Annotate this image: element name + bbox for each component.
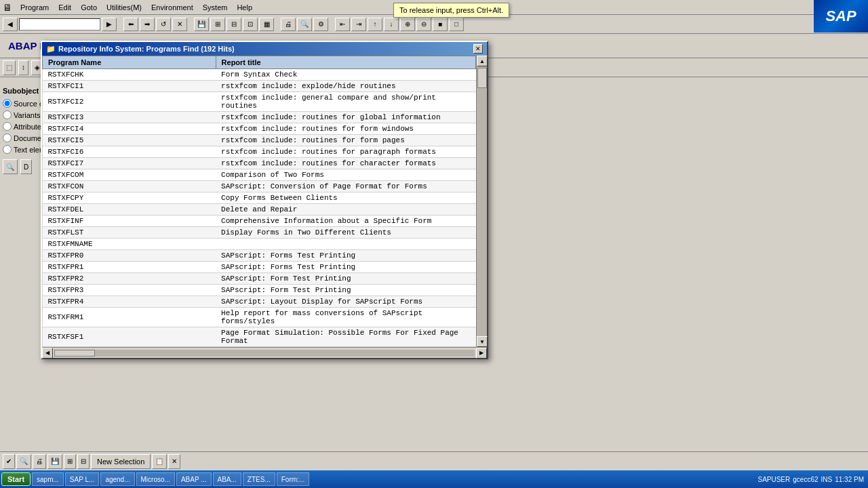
- table-row[interactable]: RSTXFDELDelete and Repair: [43, 204, 476, 216]
- taskbar-item-0[interactable]: sapm...: [32, 472, 64, 486]
- h-scroll-left[interactable]: ◀: [42, 348, 53, 359]
- tooltip: To release input, press Ctrl+Alt.: [393, 3, 509, 18]
- taskbar-item-2[interactable]: agend...: [100, 472, 134, 486]
- modal-body: Program Name Report title RSTXFCHKForm S…: [42, 56, 487, 347]
- program-name-cell: RSTXFCI1: [43, 81, 216, 92]
- report-title-cell: rstxfcom include: routines for paragraph…: [216, 146, 475, 158]
- table-row[interactable]: RSTXFPR0SAPscript: Forms Test Printing: [43, 250, 476, 262]
- program-name-cell: RSTXFCPY: [43, 192, 216, 204]
- scroll-thumb[interactable]: [477, 68, 487, 88]
- program-name-cell: RSTXFSF1: [43, 327, 216, 347]
- taskbar: Start sapm... SAP L... agend... Microso.…: [0, 470, 868, 488]
- table-row[interactable]: RSTXFCI7rstxfcom include: routines for c…: [43, 158, 476, 169]
- vertical-scrollbar[interactable]: ▲ ▼: [476, 56, 487, 347]
- table-row[interactable]: RSTXFLSTDisplay Forms in Two Different C…: [43, 227, 476, 239]
- table-row[interactable]: RSTXFCOMComparison of Two Forms: [43, 169, 476, 181]
- table-row[interactable]: RSTXFCI5rstxfcom include: routines for f…: [43, 135, 476, 146]
- modal-titlebar: 📁 Repository Info System: Programs Find …: [42, 42, 487, 56]
- taskbar-item-6[interactable]: ZTES...: [243, 472, 275, 486]
- program-name-cell: RSTXFCI6: [43, 146, 216, 158]
- status-user: SAPUSER: [757, 476, 790, 483]
- status-mode: INS: [821, 476, 833, 483]
- program-name-cell: RSTXFPR3: [43, 285, 216, 296]
- table-row[interactable]: RSTXFCI2rstxfcom include: general compar…: [43, 92, 476, 112]
- program-name-cell: RSTXFCON: [43, 181, 216, 192]
- taskbar-item-7[interactable]: Form:...: [277, 472, 309, 486]
- scroll-track[interactable]: [477, 66, 487, 336]
- table-row[interactable]: RSTXFINFComprehensive Information about …: [43, 216, 476, 227]
- table-row[interactable]: RSTXFRM1Help report for mass conversions…: [43, 308, 476, 327]
- modal-icon: 📁: [46, 45, 56, 54]
- table-row[interactable]: RSTXFCONSAPscript: Conversion of Page Fo…: [43, 181, 476, 192]
- program-name-cell: RSTXFINF: [43, 216, 216, 227]
- report-title-cell: rstxfcom include: routines for form wind…: [216, 123, 475, 135]
- report-title-cell: Delete and Repair: [216, 204, 475, 216]
- table-row[interactable]: RSTXFMNAME: [43, 239, 476, 250]
- report-title-cell: [216, 239, 475, 250]
- report-title-cell: rstxfcom include: routines for global in…: [216, 112, 475, 123]
- report-title-cell: Copy Forms Between Clients: [216, 192, 475, 204]
- program-name-cell: RSTXFCOM: [43, 169, 216, 181]
- scroll-up-button[interactable]: ▲: [477, 56, 488, 66]
- report-title-cell: SAPscript: Conversion of Page Format for…: [216, 181, 475, 192]
- h-scroll-track[interactable]: [54, 350, 475, 357]
- modal-overlay: 📁 Repository Info System: Programs Find …: [0, 0, 868, 488]
- table-row[interactable]: RSTXFCI3rstxfcom include: routines for g…: [43, 112, 476, 123]
- modal-close-button[interactable]: ✕: [473, 44, 483, 54]
- report-title-cell: Comprehensive Information about a Specif…: [216, 216, 475, 227]
- program-name-cell: RSTXFPR2: [43, 273, 216, 285]
- table-row[interactable]: RSTXFSF1Page Format Simulation: Possible…: [43, 327, 476, 347]
- report-title-cell: SAPscript: Form Test Printing: [216, 285, 475, 296]
- col-program-header: Program Name: [43, 56, 216, 69]
- report-title-cell: SAPscript: Form Test Printing: [216, 273, 475, 285]
- table-scroll-area[interactable]: Program Name Report title RSTXFCHKForm S…: [42, 56, 476, 347]
- table-row[interactable]: RSTXFCI4rstxfcom include: routines for f…: [43, 123, 476, 135]
- h-scroll-thumb[interactable]: [54, 350, 95, 357]
- report-title-cell: rstxfcom include: explode/hide routines: [216, 81, 475, 92]
- table-row[interactable]: RSTXFCI6rstxfcom include: routines for p…: [43, 146, 476, 158]
- horizontal-scrollbar[interactable]: ◀ ▶: [42, 347, 487, 358]
- program-name-cell: RSTXFPR4: [43, 296, 216, 308]
- taskbar-item-1[interactable]: SAP L...: [65, 472, 100, 486]
- table-row[interactable]: RSTXFCI1rstxfcom include: explode/hide r…: [43, 81, 476, 92]
- scroll-down-button[interactable]: ▼: [477, 336, 488, 347]
- program-name-cell: RSTXFRM1: [43, 308, 216, 327]
- table-row[interactable]: RSTXFSF2Page Format Simulation: Possible…: [43, 347, 476, 348]
- report-title-cell: Page Format Simulation: Possible Forms F…: [216, 327, 475, 347]
- table-row[interactable]: RSTXFPR4SAPscript: Layout Display for SA…: [43, 296, 476, 308]
- program-name-cell: RSTXFSF2: [43, 347, 216, 348]
- start-button[interactable]: Start: [1, 472, 31, 486]
- table-header-row: Program Name Report title: [43, 56, 476, 69]
- col-report-header: Report title: [216, 56, 475, 69]
- program-name-cell: RSTXFCI5: [43, 135, 216, 146]
- program-name-cell: RSTXFPR1: [43, 262, 216, 273]
- results-tbody: RSTXFCHKForm Syntax CheckRSTXFCI1rstxfco…: [43, 69, 476, 348]
- table-row[interactable]: RSTXFCHKForm Syntax Check: [43, 69, 476, 81]
- taskbar-item-5[interactable]: ABA...: [213, 472, 241, 486]
- report-title-cell: SAPscript: Forms Test Printing: [216, 262, 475, 273]
- report-title-cell: rstxfcom include: routines for character…: [216, 158, 475, 169]
- report-title-cell: Display Forms in Two Different Clients: [216, 227, 475, 239]
- report-title-cell: Page Format Simulation: Possible Page Fo…: [216, 347, 475, 348]
- program-name-cell: RSTXFMNAME: [43, 239, 216, 250]
- program-name-cell: RSTXFDEL: [43, 204, 216, 216]
- report-title-cell: SAPscript: Forms Test Printing: [216, 250, 475, 262]
- program-name-cell: RSTXFPR0: [43, 250, 216, 262]
- program-name-cell: RSTXFLST: [43, 227, 216, 239]
- table-row[interactable]: RSTXFPR1SAPscript: Forms Test Printing: [43, 262, 476, 273]
- program-name-cell: RSTXFCI3: [43, 112, 216, 123]
- program-name-cell: RSTXFCI4: [43, 123, 216, 135]
- report-title-cell: rstxfcom include: general compare and sh…: [216, 92, 475, 112]
- program-name-cell: RSTXFCHK: [43, 69, 216, 81]
- search-results-modal: 📁 Repository Info System: Programs Find …: [41, 41, 488, 359]
- program-name-cell: RSTXFCI7: [43, 158, 216, 169]
- modal-title: Repository Info System: Programs Find (1…: [58, 45, 473, 53]
- taskbar-item-3[interactable]: Microso...: [136, 472, 175, 486]
- taskbar-item-4[interactable]: ABAP ...: [176, 472, 212, 486]
- program-name-cell: RSTXFCI2: [43, 92, 216, 112]
- h-scroll-right[interactable]: ▶: [476, 348, 487, 359]
- table-row[interactable]: RSTXFCPYCopy Forms Between Clients: [43, 192, 476, 204]
- table-row[interactable]: RSTXFPR2SAPscript: Form Test Printing: [43, 273, 476, 285]
- report-title-cell: SAPscript: Layout Display for SAPscript …: [216, 296, 475, 308]
- table-row[interactable]: RSTXFPR3SAPscript: Form Test Printing: [43, 285, 476, 296]
